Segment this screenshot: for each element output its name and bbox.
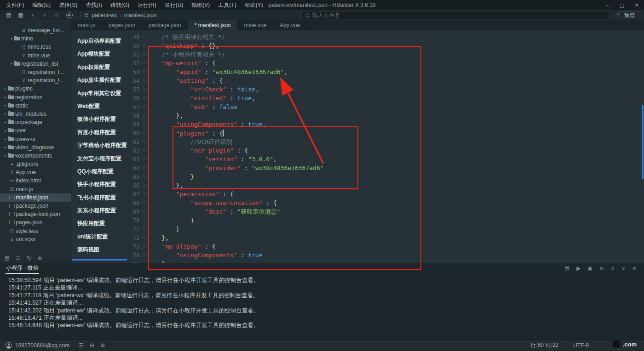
code-line-57[interactable]: 57 "es6" : false	[129, 102, 644, 111]
new-file-icon[interactable]: ▤	[3, 12, 15, 18]
console-tab[interactable]: 小程序 - 微信	[6, 263, 39, 274]
search-input[interactable]	[312, 12, 606, 18]
code-line-62[interactable]: 62 "ocr-plugin" : {	[129, 146, 644, 155]
tree-item-pages.json[interactable]: [ ]pages.json	[0, 218, 71, 226]
account[interactable]: 1692700664@qq.com	[6, 342, 69, 349]
breadcrumb-item-manifest.json[interactable]: manifest.json	[123, 12, 158, 18]
menu-item-2[interactable]: 选择(S)	[55, 1, 81, 9]
list-icon[interactable]: ☰	[79, 342, 84, 349]
config-item-10[interactable]: QQ小程序配置	[71, 165, 128, 178]
favorite-icon[interactable]: ☆	[51, 12, 63, 18]
settings-icon[interactable]: ⚙	[100, 342, 105, 349]
menu-item-1[interactable]: 编辑(E)	[28, 1, 55, 9]
tree-item-video-diagnose[interactable]: ▸video_diagnose	[0, 143, 71, 152]
config-item-8[interactable]: 字节跳动小程序配置	[71, 139, 128, 152]
close-console-icon[interactable]: ✕	[632, 265, 637, 272]
tree-item-uni-modules[interactable]: ▸uni_modules	[0, 110, 71, 118]
tree-item-mine.less[interactable]: {}mine.less	[0, 43, 71, 51]
code-line-58[interactable]: 58 },	[129, 111, 644, 120]
config-item-11[interactable]: 快手小程序配置	[71, 178, 128, 191]
maximize-button[interactable]: ▢	[615, 0, 629, 10]
tree-item-.gitignore[interactable]: ◆.gitignore	[0, 160, 71, 168]
code-line-51[interactable]: 51 /* 小程序特有相关 */	[129, 50, 644, 59]
config-item-5[interactable]: Web配置	[71, 100, 128, 113]
tree-item-registration-l...[interactable]: {}registration_l...	[0, 68, 71, 76]
tab-package.json[interactable]: package.json	[142, 20, 188, 30]
menu-item-0[interactable]: 文件(F)	[2, 1, 28, 9]
code-line-49[interactable]: 49 /* 快应用特有相关 */	[129, 33, 644, 41]
code-line-72[interactable]: 72 },	[129, 233, 644, 242]
menu-item-5[interactable]: 运行(R)	[133, 1, 161, 9]
grid-icon[interactable]: ⊞	[90, 342, 94, 349]
code-line-75[interactable]: 75 }	[129, 260, 644, 263]
config-item-4[interactable]: App常用其它设置	[71, 87, 128, 100]
tree-item-index.html[interactable]: <>index.html	[0, 176, 71, 185]
code-line-54[interactable]: 54 "setting" : {	[129, 76, 644, 85]
menu-item-4[interactable]: 跳转(G)	[106, 1, 133, 9]
menu-item-9[interactable]: 帮助(Y)	[241, 1, 267, 9]
add-icon[interactable]: ⊕	[37, 255, 42, 261]
code-line-55[interactable]: 55 "urlCheck" : false,	[129, 85, 644, 94]
tree-item-unpackage[interactable]: ▸unpackage	[0, 118, 71, 126]
refresh-icon[interactable]: ↻	[27, 255, 31, 261]
code-line-66[interactable]: 66 },	[129, 181, 644, 190]
config-item-9[interactable]: 支付宝小程序配置	[71, 152, 128, 165]
run-log-icon[interactable]: ▶	[576, 265, 581, 272]
config-panel-scrollbar[interactable]	[72, 259, 127, 260]
tree-item-registration-list[interactable]: ▾registration_list	[0, 60, 71, 68]
preview-button[interactable]: 预览	[619, 11, 640, 19]
code-line-65[interactable]: 65 }	[129, 172, 644, 181]
config-item-13[interactable]: 京东小程序配置	[71, 204, 128, 217]
config-item-16[interactable]: 源码视图	[71, 243, 128, 256]
panel-icon[interactable]: ▣	[587, 265, 592, 272]
scroll-down-icon[interactable]: ∨	[621, 265, 625, 272]
scroll-up-icon[interactable]: ∧	[611, 265, 615, 272]
tree-item-registration[interactable]: ▸registration	[0, 93, 71, 102]
code-line-50[interactable]: 50 "quickapp" : {},	[129, 41, 644, 50]
tree-item-manifest.json[interactable]: [ ]manifest.json	[0, 193, 71, 202]
tree-item-mine.vue[interactable]: Vmine.vue	[0, 51, 71, 60]
code-line-74[interactable]: 74 "usingComponents" : true	[129, 251, 644, 260]
code-line-70[interactable]: 70 }	[129, 216, 644, 225]
save-icon[interactable]: ▦	[15, 12, 27, 18]
encoding[interactable]: UTF-8	[573, 342, 589, 349]
code-editor[interactable]: 49 /* 快应用特有相关 */50 "quickapp" : {},51 /*…	[129, 30, 644, 263]
tree-item-mine[interactable]: ▾mine	[0, 34, 71, 43]
run-icon[interactable]: ▶	[66, 12, 73, 18]
config-item-12[interactable]: 飞书小程序配置	[71, 191, 128, 204]
code-line-63[interactable]: 63 "version" : "3.0.6",	[129, 155, 644, 164]
config-item-15[interactable]: uni统计配置	[71, 230, 128, 243]
tree-item-app.vue[interactable]: VApp.vue	[0, 168, 71, 176]
breadcrumb-item-patient-wx[interactable]: patient-wx	[91, 12, 118, 18]
tree-item-uni.scss[interactable]: $uni.scss	[0, 235, 71, 243]
minimize-button[interactable]: –	[600, 0, 615, 10]
config-item-1[interactable]: App模块配置	[71, 47, 128, 60]
tree-item-registration-l...[interactable]: Vregistration_l...	[0, 76, 71, 85]
tab-main.js[interactable]: main.js	[71, 20, 102, 30]
code-line-60[interactable]: 60 "plugins" : {	[129, 129, 644, 137]
back-icon[interactable]: ‹	[27, 12, 39, 18]
tree-item-plugins[interactable]: ▸plugins	[0, 85, 71, 93]
tab-manifest.json[interactable]: * manifest.json	[188, 20, 238, 30]
config-item-3[interactable]: App原生插件配置	[71, 74, 128, 86]
menu-item-3[interactable]: 查找(I)	[81, 1, 106, 9]
editor-scrollbar[interactable]	[642, 105, 644, 179]
tab-mine.vue[interactable]: mine.vue	[237, 20, 273, 30]
tree-item-package.json[interactable]: [ ]package.json	[0, 202, 71, 210]
outline-icon[interactable]: ☰	[16, 255, 21, 261]
tree-item-style.less[interactable]: {}style.less	[0, 227, 71, 235]
code-line-56[interactable]: 56 "minified" : true,	[129, 94, 644, 102]
code-line-59[interactable]: 59 "usingComponents" : true,	[129, 120, 644, 129]
tab-app.vue[interactable]: App.vue	[273, 20, 307, 30]
tree-item-wxcomponents[interactable]: ▸wxcomponents	[0, 152, 71, 160]
code-line-52[interactable]: 52 "mp-weixin" : {	[129, 59, 644, 68]
config-item-7[interactable]: 百度小程序配置	[71, 126, 128, 139]
tree-item-main.js[interactable]: JSmain.js	[0, 185, 71, 193]
config-item-14[interactable]: 快应用配置	[71, 217, 128, 230]
config-item-6[interactable]: 微信小程序配置	[71, 113, 128, 125]
code-line-53[interactable]: 53 "appid" : "wx38c4836e16367ad6",	[129, 68, 644, 76]
tab-pages.json[interactable]: pages.json	[102, 20, 142, 30]
menu-item-7[interactable]: 视图(V)	[187, 1, 214, 9]
clear-log-icon[interactable]: ⊘	[599, 265, 604, 272]
menu-item-6[interactable]: 发行(U)	[161, 1, 188, 9]
